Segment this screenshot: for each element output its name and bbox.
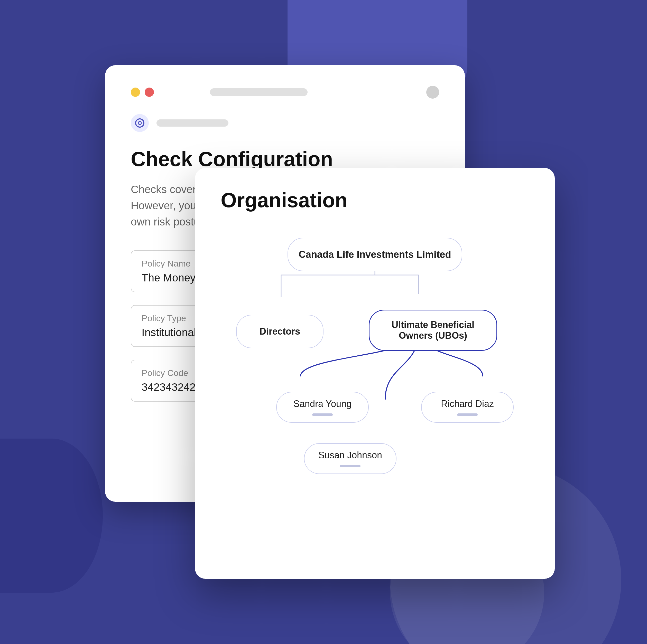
directors-label: Directors	[255, 326, 305, 337]
org-chart: Canada Life Investments Limited Director…	[221, 233, 529, 566]
org-node-susan: Susan Johnson	[304, 443, 397, 474]
window-address-bar	[210, 88, 307, 96]
svg-point-1	[138, 122, 141, 125]
org-node-sandra: Sandra Young	[276, 392, 369, 423]
window-dot-yellow[interactable]	[131, 88, 140, 97]
app-logo-icon	[131, 114, 149, 132]
org-node-ubo: Ultimate Beneficial Owners (UBOs)	[369, 310, 497, 351]
richard-label: Richard Diaz	[436, 399, 499, 409]
sandra-bar	[312, 413, 333, 416]
window-circle-right	[426, 86, 439, 99]
app-header	[131, 114, 439, 132]
bg-blob-left	[0, 438, 103, 593]
org-node-directors: Directors	[236, 315, 324, 348]
window-controls	[131, 86, 439, 99]
app-logo-bar	[156, 119, 228, 127]
sandra-label: Sandra Young	[288, 399, 357, 409]
richard-bar	[457, 413, 478, 416]
org-card-title: Organisation	[221, 188, 529, 212]
org-node-richard: Richard Diaz	[421, 392, 514, 423]
org-node-root: Canada Life Investments Limited	[288, 238, 462, 271]
susan-bar	[340, 465, 360, 467]
organisation-card: Organisation	[195, 168, 555, 579]
svg-point-0	[136, 119, 144, 127]
ubo-label: Ultimate Beneficial Owners (UBOs)	[369, 319, 496, 341]
susan-label: Susan Johnson	[313, 450, 387, 461]
page-title: Check Configuration	[131, 147, 439, 171]
scene: Check Configuration Checks cover the bro…	[92, 39, 555, 605]
root-node-label: Canada Life Investments Limited	[293, 249, 456, 260]
window-dot-red[interactable]	[145, 88, 154, 97]
